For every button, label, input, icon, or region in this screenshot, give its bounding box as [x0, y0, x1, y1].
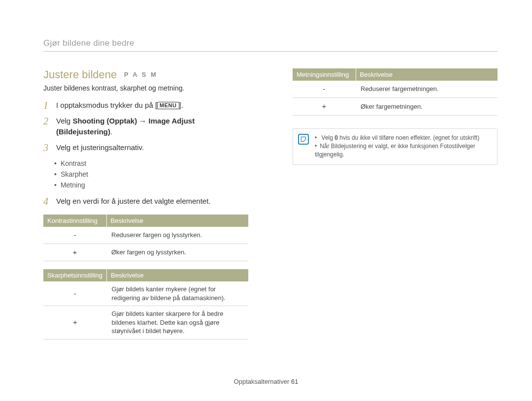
step-text: I opptaksmodus trykker du på [MENU]. [56, 100, 248, 111]
table-cell-key: + [43, 306, 107, 339]
saturation-table: Metningsinnstilling Beskrivelse - Reduse… [293, 68, 498, 116]
table-row: + Øker fargen og lysstyrken. [43, 244, 248, 261]
table-cell-value: Reduserer fargemetningen. [356, 81, 498, 98]
step-2: 2 Velg Shooting (Opptak) → Image Adjust … [43, 116, 248, 137]
table-header: Skarphetsinnstilling [43, 269, 107, 281]
section-subtitle: Juster bildenes kontrast, skarphet og me… [43, 84, 248, 92]
breadcrumb: Gjør bildene dine bedre [43, 38, 498, 48]
step-text: Velg en verdi for å justere det valgte e… [56, 196, 248, 207]
table-cell-value: Gjør bildets kanter skarpere for å bedre… [107, 306, 248, 339]
table-header-row: Metningsinnstilling Beskrivelse [293, 68, 498, 81]
table-cell-value: Øker fargen og lysstyrken. [106, 244, 248, 261]
list-item: Kontrast [54, 158, 248, 169]
mode-indicator: P A S M [124, 71, 158, 78]
table-header: Metningsinnstilling [293, 68, 356, 81]
contrast-table: Kontrastinnstilling Beskrivelse - Reduse… [43, 215, 248, 262]
step-text: Velg et justeringsalternativ. [56, 142, 248, 153]
table-cell-key: - [43, 227, 106, 244]
right-column: Metningsinnstilling Beskrivelse - Reduse… [293, 68, 498, 339]
table-cell-key: + [43, 244, 106, 261]
table-row: - Gjør bildets kanter mykere (egnet for … [43, 281, 248, 306]
step-text: Velg Shooting (Opptak) → Image Adjust (B… [56, 116, 248, 137]
list-item: Når Bildejustering er valgt, er ikke fun… [315, 142, 491, 159]
table-row: - Reduserer fargen og lysstyrken. [43, 227, 248, 244]
text: . [110, 127, 112, 136]
table-header-row: Skarphetsinnstilling Beskrivelse [43, 269, 248, 281]
section-header: Justere bildene P A S M [43, 68, 248, 81]
text: Velg [56, 117, 72, 125]
table-cell-key: - [293, 81, 356, 98]
footer-label: Opptaksalternativer [234, 378, 290, 385]
table-header: Beskrivelse [107, 269, 248, 281]
list-item: Metning [54, 180, 248, 190]
step-number: 3 [43, 142, 56, 153]
step-number: 1 [43, 100, 56, 111]
table-header: Beskrivelse [106, 215, 248, 227]
arrow-icon: → [137, 117, 148, 125]
page-number: 61 [291, 378, 298, 385]
table-row: - Reduserer fargemetningen. [293, 81, 498, 98]
table-row: + Øker fargemetningen. [293, 98, 498, 115]
table-header: Beskrivelse [356, 68, 498, 81]
table-cell-key: + [293, 98, 356, 115]
step-1: 1 I opptaksmodus trykker du på [MENU]. [43, 100, 248, 111]
sharpness-table: Skarphetsinnstilling Beskrivelse - Gjør … [43, 269, 248, 339]
bold-text: 0 [334, 134, 338, 141]
table-row: + Gjør bildets kanter skarpere for å bed… [43, 306, 248, 339]
step-4: 4 Velg en verdi for å justere det valgte… [43, 196, 248, 207]
note-box: Velg 0 hvis du ikke vil tilføre noen eff… [293, 128, 498, 165]
text: Velg [322, 134, 335, 141]
page-footer: Opptaksalternativer 61 [0, 378, 532, 385]
divider [43, 51, 498, 52]
content-columns: Justere bildene P A S M Juster bildenes … [43, 68, 498, 339]
text: hvis du ikke vil tilføre noen effekter. … [338, 134, 479, 141]
list-item: Skarphet [54, 169, 248, 180]
section-title: Justere bildene [43, 68, 117, 81]
table-cell-value: Øker fargemetningen. [356, 98, 498, 115]
table-cell-value: Gjør bildets kanter mykere (egnet for re… [107, 281, 248, 306]
step-number: 2 [43, 116, 56, 126]
step-3-bullets: Kontrast Skarphet Metning [54, 158, 248, 191]
note-list: Velg 0 hvis du ikke vil tilføre noen eff… [315, 134, 491, 159]
text: I opptaksmodus trykker du på [ [56, 101, 157, 109]
left-column: Justere bildene P A S M Juster bildenes … [43, 68, 248, 339]
list-item: Velg 0 hvis du ikke vil tilføre noen eff… [315, 134, 491, 142]
table-cell-key: - [43, 281, 107, 306]
table-cell-value: Reduserer fargen og lysstyrken. [106, 227, 248, 244]
menu-button-icon: MENU [157, 102, 179, 109]
note-icon [298, 134, 309, 145]
bold-text: Shooting (Opptak) [72, 117, 137, 125]
step-3: 3 Velg et justeringsalternativ. [43, 142, 248, 153]
table-header: Kontrastinnstilling [43, 215, 106, 227]
table-header-row: Kontrastinnstilling Beskrivelse [43, 215, 248, 227]
step-number: 4 [43, 196, 56, 207]
text: ]. [179, 101, 183, 109]
